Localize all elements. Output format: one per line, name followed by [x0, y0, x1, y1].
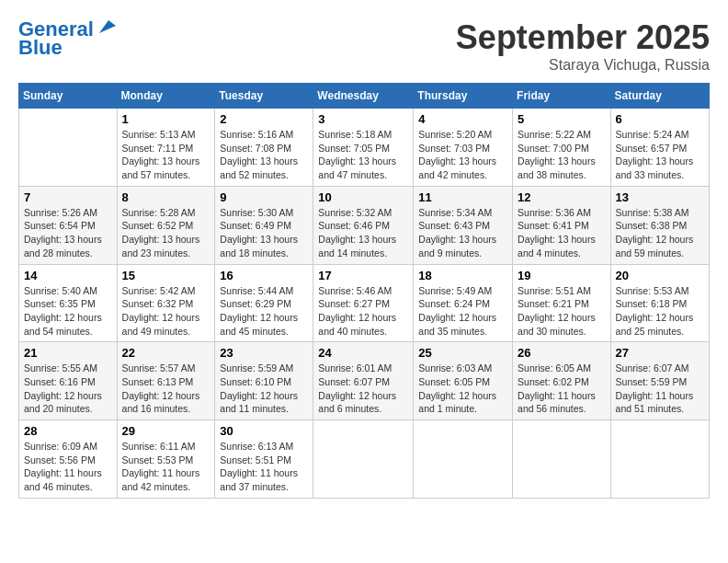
calendar-cell: 16Sunrise: 5:44 AM Sunset: 6:29 PM Dayli… [215, 264, 313, 342]
day-number: 22 [122, 346, 210, 360]
day-info: Sunrise: 5:55 AM Sunset: 6:16 PM Dayligh… [24, 362, 112, 416]
calendar-cell: 30Sunrise: 6:13 AM Sunset: 5:51 PM Dayli… [215, 420, 313, 499]
day-number: 16 [220, 269, 308, 282]
day-info: Sunrise: 5:49 AM Sunset: 6:24 PM Dayligh… [418, 284, 507, 339]
calendar-cell: 15Sunrise: 5:42 AM Sunset: 6:32 PM Dayli… [117, 264, 215, 342]
day-number: 11 [418, 190, 507, 204]
day-info: Sunrise: 5:30 AM Sunset: 6:49 PM Dayligh… [220, 206, 308, 260]
calendar-week-row: 28Sunrise: 6:09 AM Sunset: 5:56 PM Dayli… [19, 420, 710, 499]
day-info: Sunrise: 5:22 AM Sunset: 7:00 PM Dayligh… [518, 128, 606, 182]
calendar-cell: 27Sunrise: 6:07 AM Sunset: 5:59 PM Dayli… [610, 342, 709, 420]
weekday-header: Saturday [610, 84, 709, 109]
day-number: 19 [518, 269, 606, 282]
calendar-cell: 1Sunrise: 5:13 AM Sunset: 7:11 PM Daylig… [117, 109, 215, 187]
day-number: 20 [616, 269, 704, 282]
calendar-cell: 6Sunrise: 5:24 AM Sunset: 6:57 PM Daylig… [610, 109, 709, 187]
day-info: Sunrise: 5:28 AM Sunset: 6:52 PM Dayligh… [122, 206, 210, 260]
day-number: 28 [24, 424, 112, 438]
day-info: Sunrise: 5:18 AM Sunset: 7:05 PM Dayligh… [318, 128, 408, 182]
calendar-cell: 20Sunrise: 5:53 AM Sunset: 6:18 PM Dayli… [610, 264, 709, 342]
day-number: 6 [616, 112, 704, 126]
logo: General Blue [18, 18, 116, 59]
calendar-cell: 9Sunrise: 5:30 AM Sunset: 6:49 PM Daylig… [215, 186, 313, 264]
day-info: Sunrise: 6:09 AM Sunset: 5:56 PM Dayligh… [24, 440, 112, 494]
day-info: Sunrise: 5:42 AM Sunset: 6:32 PM Dayligh… [122, 284, 210, 339]
calendar-cell: 4Sunrise: 5:20 AM Sunset: 7:03 PM Daylig… [414, 109, 513, 187]
day-info: Sunrise: 5:51 AM Sunset: 6:21 PM Dayligh… [518, 284, 606, 339]
calendar-cell: 2Sunrise: 5:16 AM Sunset: 7:08 PM Daylig… [215, 109, 313, 187]
calendar-week-row: 21Sunrise: 5:55 AM Sunset: 6:16 PM Dayli… [19, 342, 710, 420]
calendar-cell: 25Sunrise: 6:03 AM Sunset: 6:05 PM Dayli… [414, 342, 513, 420]
calendar-cell: 23Sunrise: 5:59 AM Sunset: 6:10 PM Dayli… [215, 342, 313, 420]
month-title: September 2025 [456, 18, 710, 57]
calendar-week-row: 7Sunrise: 5:26 AM Sunset: 6:54 PM Daylig… [19, 186, 710, 264]
day-info: Sunrise: 5:57 AM Sunset: 6:13 PM Dayligh… [122, 362, 210, 416]
day-info: Sunrise: 5:46 AM Sunset: 6:27 PM Dayligh… [318, 284, 408, 339]
day-number: 27 [616, 346, 704, 360]
calendar-cell: 29Sunrise: 6:11 AM Sunset: 5:53 PM Dayli… [117, 420, 215, 499]
day-info: Sunrise: 5:36 AM Sunset: 6:41 PM Dayligh… [518, 206, 606, 260]
day-info: Sunrise: 5:16 AM Sunset: 7:08 PM Dayligh… [220, 128, 308, 182]
calendar-cell [610, 420, 709, 499]
day-number: 23 [220, 346, 308, 360]
day-number: 10 [318, 190, 408, 204]
calendar-cell: 14Sunrise: 5:40 AM Sunset: 6:35 PM Dayli… [19, 264, 118, 342]
calendar-cell: 12Sunrise: 5:36 AM Sunset: 6:41 PM Dayli… [513, 186, 611, 264]
weekday-header: Tuesday [215, 84, 313, 109]
weekday-header: Wednesday [313, 84, 414, 109]
day-info: Sunrise: 5:38 AM Sunset: 6:38 PM Dayligh… [616, 206, 704, 260]
day-info: Sunrise: 6:11 AM Sunset: 5:53 PM Dayligh… [122, 440, 210, 494]
page-header: General Blue September 2025 Staraya Vich… [18, 18, 710, 74]
calendar-cell [19, 109, 118, 187]
calendar-cell: 18Sunrise: 5:49 AM Sunset: 6:24 PM Dayli… [414, 264, 513, 342]
calendar-cell: 10Sunrise: 5:32 AM Sunset: 6:46 PM Dayli… [313, 186, 414, 264]
calendar-cell: 7Sunrise: 5:26 AM Sunset: 6:54 PM Daylig… [19, 186, 118, 264]
day-number: 5 [518, 112, 606, 126]
day-info: Sunrise: 5:44 AM Sunset: 6:29 PM Dayligh… [220, 284, 308, 339]
calendar-cell: 21Sunrise: 5:55 AM Sunset: 6:16 PM Dayli… [19, 342, 118, 420]
calendar-cell: 17Sunrise: 5:46 AM Sunset: 6:27 PM Dayli… [313, 264, 414, 342]
calendar-week-row: 14Sunrise: 5:40 AM Sunset: 6:35 PM Dayli… [19, 264, 710, 342]
day-number: 1 [122, 112, 210, 126]
day-number: 7 [24, 190, 112, 204]
day-number: 17 [318, 269, 408, 282]
day-number: 26 [518, 346, 606, 360]
day-number: 9 [220, 190, 308, 204]
day-info: Sunrise: 5:59 AM Sunset: 6:10 PM Dayligh… [220, 362, 308, 416]
calendar-cell: 19Sunrise: 5:51 AM Sunset: 6:21 PM Dayli… [513, 264, 611, 342]
calendar-cell: 22Sunrise: 5:57 AM Sunset: 6:13 PM Dayli… [117, 342, 215, 420]
day-number: 12 [518, 190, 606, 204]
day-info: Sunrise: 6:07 AM Sunset: 5:59 PM Dayligh… [616, 362, 704, 416]
calendar-table: SundayMondayTuesdayWednesdayThursdayFrid… [18, 83, 710, 499]
day-info: Sunrise: 5:40 AM Sunset: 6:35 PM Dayligh… [24, 284, 112, 339]
day-number: 13 [616, 190, 704, 204]
calendar-week-row: 1Sunrise: 5:13 AM Sunset: 7:11 PM Daylig… [19, 109, 710, 187]
day-number: 29 [122, 424, 210, 438]
day-info: Sunrise: 5:13 AM Sunset: 7:11 PM Dayligh… [122, 128, 210, 182]
title-block: September 2025 Staraya Vichuga, Russia [456, 18, 710, 74]
calendar-cell [313, 420, 414, 499]
calendar-cell: 26Sunrise: 6:05 AM Sunset: 6:02 PM Dayli… [513, 342, 611, 420]
calendar-cell [513, 420, 611, 499]
logo-bird-icon [96, 17, 116, 37]
day-info: Sunrise: 5:20 AM Sunset: 7:03 PM Dayligh… [418, 128, 507, 182]
calendar-cell [414, 420, 513, 499]
day-info: Sunrise: 6:05 AM Sunset: 6:02 PM Dayligh… [518, 362, 606, 416]
calendar-cell: 13Sunrise: 5:38 AM Sunset: 6:38 PM Dayli… [610, 186, 709, 264]
day-number: 14 [24, 269, 112, 282]
calendar-cell: 28Sunrise: 6:09 AM Sunset: 5:56 PM Dayli… [19, 420, 118, 499]
calendar-cell: 11Sunrise: 5:34 AM Sunset: 6:43 PM Dayli… [414, 186, 513, 264]
calendar-cell: 3Sunrise: 5:18 AM Sunset: 7:05 PM Daylig… [313, 109, 414, 187]
logo-line2: Blue [18, 37, 63, 59]
svg-marker-0 [99, 20, 116, 33]
weekday-header: Friday [513, 84, 611, 109]
calendar-cell: 24Sunrise: 6:01 AM Sunset: 6:07 PM Dayli… [313, 342, 414, 420]
weekday-header: Monday [117, 84, 215, 109]
day-number: 15 [122, 269, 210, 282]
location-subtitle: Staraya Vichuga, Russia [456, 57, 710, 74]
day-info: Sunrise: 6:01 AM Sunset: 6:07 PM Dayligh… [318, 362, 408, 416]
day-info: Sunrise: 5:34 AM Sunset: 6:43 PM Dayligh… [418, 206, 507, 260]
day-info: Sunrise: 5:32 AM Sunset: 6:46 PM Dayligh… [318, 206, 408, 260]
day-number: 25 [418, 346, 507, 360]
day-number: 21 [24, 346, 112, 360]
